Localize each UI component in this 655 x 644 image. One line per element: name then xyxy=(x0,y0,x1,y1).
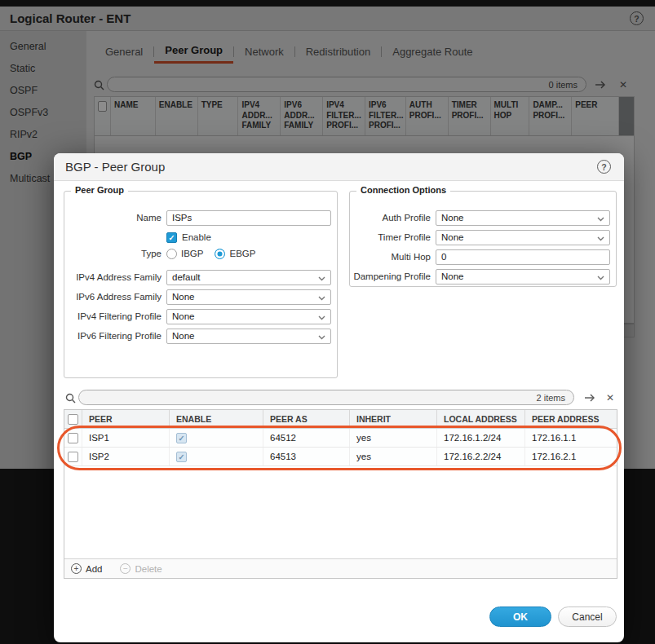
column-header-peer[interactable]: PEER xyxy=(82,410,170,428)
timer-profile-value: None xyxy=(441,232,464,242)
column-header-enable[interactable]: ENABLE xyxy=(170,410,263,428)
bgp-peer-group-dialog: BGP - Peer Group ? Peer Group Name ✓ Ena… xyxy=(54,153,624,642)
checkbox-icon xyxy=(68,414,78,425)
local-address-cell: 172.16.1.2/24 xyxy=(437,429,525,447)
search-input[interactable]: 2 items xyxy=(78,390,574,405)
dampening-profile-label: Dampening Profile xyxy=(352,271,431,281)
apply-filter-icon[interactable] xyxy=(582,391,597,404)
ipv4-filtering-profile-row: IPv4 Filtering Profile None xyxy=(67,308,336,324)
select-all-checkbox[interactable] xyxy=(64,410,82,428)
ipv6-address-family-value: None xyxy=(172,292,195,302)
clear-filter-icon[interactable]: ✕ xyxy=(603,391,617,404)
multi-hop-row: Multi Hop xyxy=(352,249,613,265)
peer-table-filter-row: 2 items ✕ xyxy=(64,390,617,406)
timer-profile-label: Timer Profile xyxy=(352,232,431,242)
ipv4-address-family-value: default xyxy=(172,272,201,282)
add-button-label: Add xyxy=(86,564,102,574)
auth-profile-value: None xyxy=(441,213,464,223)
chevron-down-icon xyxy=(597,269,604,284)
ipv4-filtering-profile-label: IPv4 Filtering Profile xyxy=(67,311,162,321)
add-button[interactable]: + Add xyxy=(71,563,102,574)
ibgp-label: IBGP xyxy=(181,249,203,258)
dialog-titlebar: BGP - Peer Group ? xyxy=(54,153,624,181)
name-input[interactable] xyxy=(166,210,331,226)
table-row[interactable]: ISP1 ✓ 64512 yes 172.16.1.2/24 172.16.1.… xyxy=(64,429,617,448)
ipv6-address-family-row: IPv6 Address Family None xyxy=(67,289,336,305)
enable-checkbox[interactable]: ✓ xyxy=(166,232,177,243)
table-row[interactable]: ISP2 ✓ 64513 yes 172.16.2.2/24 172.16.2.… xyxy=(64,448,617,466)
type-row: Type IBGP EBGP xyxy=(67,245,336,262)
dialog-title: BGP - Peer Group xyxy=(65,160,165,174)
ibgp-radio[interactable] xyxy=(166,249,177,259)
auth-profile-row: Auth Profile None xyxy=(352,210,613,226)
peer-address-cell: 172.16.1.1 xyxy=(525,429,617,447)
enable-row: ✓ Enable xyxy=(67,229,336,245)
chevron-down-icon xyxy=(318,289,325,304)
chevron-down-icon xyxy=(318,329,325,343)
enabled-checkbox-icon: ✓ xyxy=(176,452,187,462)
plus-icon: + xyxy=(71,563,82,574)
ipv4-address-family-label: IPv4 Address Family xyxy=(67,272,162,282)
column-header-inherit[interactable]: INHERIT xyxy=(350,410,437,428)
peer-table-footer: + Add − Delete xyxy=(64,558,617,578)
enable-cell: ✓ xyxy=(170,448,263,465)
peer-table: 2 items ✕ PEER ENABLE PEER AS INHERIT LO… xyxy=(64,390,617,579)
delete-button[interactable]: − Delete xyxy=(120,563,162,574)
fieldset-legend: Connection Options xyxy=(356,185,450,195)
minus-icon: − xyxy=(120,563,131,574)
enabled-checkbox-icon: ✓ xyxy=(176,433,187,443)
ipv6-address-family-label: IPv6 Address Family xyxy=(67,292,162,302)
peer-as-cell: 64513 xyxy=(263,448,350,465)
cancel-button[interactable]: Cancel xyxy=(558,607,617,627)
dampening-profile-value: None xyxy=(441,271,464,281)
peer-cell: ISP1 xyxy=(82,429,170,447)
checkbox-icon xyxy=(68,452,78,462)
checkbox-icon xyxy=(68,433,78,443)
timer-profile-row: Timer Profile None xyxy=(352,229,613,245)
timer-profile-select[interactable]: None xyxy=(436,230,610,245)
name-row: Name xyxy=(67,210,336,226)
ipv4-filtering-profile-value: None xyxy=(172,311,195,321)
screen: Logical Router - ENT ? General Static OS… xyxy=(0,0,655,644)
peer-cell: ISP2 xyxy=(82,448,170,465)
row-checkbox[interactable] xyxy=(64,448,82,465)
ipv6-filtering-profile-row: IPv6 Filtering Profile None xyxy=(67,328,336,344)
ipv6-filtering-profile-value: None xyxy=(172,331,195,341)
ok-button[interactable]: OK xyxy=(489,607,551,627)
column-header-peer-address[interactable]: PEER ADDRESS xyxy=(525,410,617,428)
multi-hop-input[interactable] xyxy=(436,249,610,265)
inherit-cell: yes xyxy=(350,448,437,465)
delete-button-label: Delete xyxy=(135,564,162,574)
type-label: Type xyxy=(67,249,162,258)
dampening-profile-select[interactable]: None xyxy=(436,269,610,285)
enable-cell: ✓ xyxy=(170,429,263,447)
chevron-down-icon xyxy=(597,210,604,225)
column-header-local-address[interactable]: LOCAL ADDRESS xyxy=(437,410,525,428)
help-icon[interactable]: ? xyxy=(597,160,611,174)
ipv4-filtering-profile-select[interactable]: None xyxy=(166,309,331,324)
ipv4-address-family-select[interactable]: default xyxy=(166,270,331,285)
items-count: 2 items xyxy=(537,393,565,403)
fieldset-legend: Peer Group xyxy=(71,185,128,195)
multi-hop-label: Multi Hop xyxy=(352,252,431,262)
ipv6-filtering-profile-select[interactable]: None xyxy=(166,329,331,344)
chevron-down-icon xyxy=(318,309,325,324)
ipv4-address-family-row: IPv4 Address Family default xyxy=(67,269,336,285)
peer-table-frame: PEER ENABLE PEER AS INHERIT LOCAL ADDRES… xyxy=(64,409,617,579)
dampening-profile-row: Dampening Profile None xyxy=(352,268,613,285)
ebgp-label: EBGP xyxy=(229,249,255,258)
enable-label: Enable xyxy=(182,232,211,242)
peer-table-header: PEER ENABLE PEER AS INHERIT LOCAL ADDRES… xyxy=(64,410,617,429)
column-header-peer-as[interactable]: PEER AS xyxy=(263,410,350,428)
local-address-cell: 172.16.2.2/24 xyxy=(437,448,525,465)
ipv6-address-family-select[interactable]: None xyxy=(166,289,331,305)
peer-as-cell: 64512 xyxy=(263,429,350,447)
inherit-cell: yes xyxy=(350,429,437,447)
row-checkbox[interactable] xyxy=(64,429,82,447)
ebgp-radio[interactable] xyxy=(215,249,225,259)
chevron-down-icon xyxy=(318,270,325,285)
peer-address-cell: 172.16.2.1 xyxy=(525,448,617,465)
auth-profile-label: Auth Profile xyxy=(352,213,431,223)
auth-profile-select[interactable]: None xyxy=(436,210,610,226)
chevron-down-icon xyxy=(597,230,604,245)
